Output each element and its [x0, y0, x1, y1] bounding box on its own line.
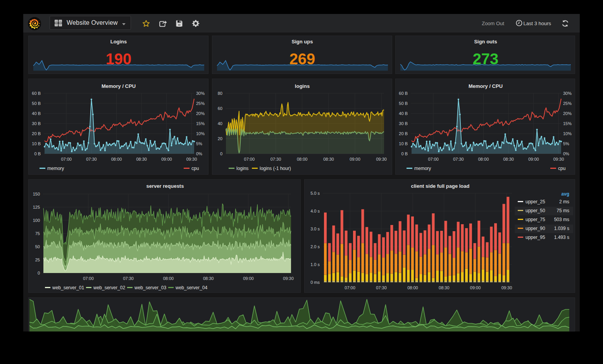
svg-text:09:00: 09:00 — [243, 276, 254, 281]
svg-text:Logins: Logins — [110, 39, 127, 45]
svg-text:web_server_03: web_server_03 — [134, 285, 166, 290]
svg-text:avg: avg — [561, 191, 569, 197]
svg-text:Sign ups: Sign ups — [292, 39, 313, 45]
svg-text:07:30: 07:30 — [376, 285, 387, 290]
svg-text:08:00: 08:00 — [478, 157, 489, 161]
svg-text:30%: 30% — [196, 91, 205, 96]
svg-text:09:30: 09:30 — [186, 157, 197, 161]
svg-text:upper_90: upper_90 — [525, 226, 545, 231]
svg-text:0%: 0% — [196, 151, 202, 156]
svg-text:07:00: 07:00 — [83, 276, 94, 281]
svg-text:2 ms: 2 ms — [559, 199, 569, 204]
svg-text:07:00: 07:00 — [428, 157, 439, 161]
svg-text:07:00: 07:00 — [345, 285, 355, 290]
svg-text:503 ms: 503 ms — [554, 217, 569, 222]
svg-text:client side full page load: client side full page load — [411, 183, 470, 189]
svg-text:1.039 s: 1.039 s — [554, 226, 569, 231]
svg-text:4.0 s: 4.0 s — [310, 209, 320, 213]
svg-text:Memory / CPU: Memory / CPU — [469, 83, 503, 89]
svg-text:09:00: 09:00 — [470, 285, 481, 290]
svg-text:10 B: 10 B — [399, 141, 408, 146]
svg-text:15%: 15% — [563, 121, 572, 126]
svg-text:40 B: 40 B — [399, 111, 408, 116]
svg-text:25: 25 — [35, 258, 40, 262]
svg-text:08:30: 08:30 — [136, 157, 147, 161]
svg-text:0 ms: 0 ms — [310, 280, 320, 285]
svg-text:40: 40 — [218, 121, 222, 126]
svg-text:0: 0 — [220, 151, 222, 156]
svg-text:60: 60 — [218, 106, 222, 111]
svg-text:logins: logins — [236, 166, 248, 171]
svg-text:40 B: 40 B — [32, 111, 41, 116]
svg-text:09:30: 09:30 — [553, 157, 564, 161]
svg-text:3.0 s: 3.0 s — [310, 227, 320, 231]
svg-text:100: 100 — [33, 218, 40, 223]
svg-text:upper_95: upper_95 — [525, 235, 545, 240]
svg-text:08:30: 08:30 — [439, 285, 450, 290]
svg-text:80: 80 — [218, 91, 222, 96]
svg-text:logins (-1 hour): logins (-1 hour) — [260, 166, 291, 171]
svg-text:09:00: 09:00 — [161, 157, 172, 161]
svg-text:20: 20 — [218, 136, 222, 141]
svg-text:upper_50: upper_50 — [525, 208, 545, 213]
svg-text:memory: memory — [47, 166, 64, 171]
svg-text:07:00: 07:00 — [61, 157, 72, 161]
svg-text:07:30: 07:30 — [453, 157, 464, 161]
svg-text:08:30: 08:30 — [323, 157, 334, 161]
svg-text:09:00: 09:00 — [528, 157, 539, 161]
svg-text:09:30: 09:30 — [501, 285, 512, 290]
svg-text:Sign outs: Sign outs — [474, 39, 497, 45]
svg-text:20 B: 20 B — [32, 131, 41, 136]
svg-text:upper_25: upper_25 — [525, 199, 545, 204]
svg-text:75: 75 — [35, 231, 40, 236]
svg-text:2.0 s: 2.0 s — [310, 244, 320, 249]
svg-text:09:30: 09:30 — [283, 276, 294, 281]
svg-text:0%: 0% — [563, 151, 569, 156]
svg-text:08:30: 08:30 — [203, 276, 214, 281]
svg-text:07:00: 07:00 — [244, 157, 255, 161]
svg-text:10%: 10% — [563, 131, 572, 136]
svg-text:07:30: 07:30 — [270, 157, 281, 161]
svg-text:125: 125 — [33, 205, 40, 209]
svg-text:60 B: 60 B — [32, 91, 41, 96]
svg-text:cpu: cpu — [558, 166, 565, 171]
svg-text:09:00: 09:00 — [350, 157, 360, 161]
svg-text:50 B: 50 B — [32, 101, 41, 106]
svg-text:server requests: server requests — [146, 183, 184, 189]
svg-text:08:00: 08:00 — [297, 157, 308, 161]
svg-text:269: 269 — [289, 50, 315, 67]
svg-text:25%: 25% — [563, 101, 572, 106]
svg-text:30 B: 30 B — [399, 121, 408, 126]
svg-text:25%: 25% — [196, 101, 205, 106]
svg-text:75 ms: 75 ms — [556, 208, 569, 213]
svg-text:60 B: 60 B — [399, 91, 408, 96]
svg-text:5%: 5% — [563, 141, 569, 146]
svg-text:20%: 20% — [563, 111, 572, 116]
svg-text:273: 273 — [473, 50, 499, 67]
svg-text:20%: 20% — [196, 111, 205, 116]
svg-text:50 B: 50 B — [399, 101, 408, 106]
svg-text:5%: 5% — [196, 141, 202, 146]
svg-text:07:30: 07:30 — [86, 157, 97, 161]
svg-text:07:30: 07:30 — [123, 276, 134, 281]
svg-text:cpu: cpu — [191, 166, 199, 171]
svg-text:10%: 10% — [196, 131, 205, 136]
svg-text:upper_75: upper_75 — [525, 217, 545, 222]
svg-text:web_server_04: web_server_04 — [175, 285, 207, 290]
svg-text:09:30: 09:30 — [376, 157, 387, 161]
svg-text:web_server_02: web_server_02 — [93, 285, 125, 290]
svg-text:1.0 s: 1.0 s — [310, 262, 320, 267]
svg-text:08:00: 08:00 — [111, 157, 122, 161]
svg-text:08:30: 08:30 — [503, 157, 514, 161]
svg-text:5.0 s: 5.0 s — [310, 191, 320, 196]
svg-text:08:00: 08:00 — [407, 285, 418, 290]
svg-text:30%: 30% — [563, 91, 572, 96]
svg-text:Memory / CPU: Memory / CPU — [102, 83, 136, 89]
svg-text:1.493 s: 1.493 s — [554, 235, 569, 240]
svg-text:10 B: 10 B — [32, 141, 41, 146]
svg-text:08:00: 08:00 — [163, 276, 174, 281]
svg-text:50: 50 — [35, 244, 40, 249]
svg-text:190: 190 — [106, 50, 132, 67]
svg-text:0 B: 0 B — [34, 151, 41, 156]
svg-text:0: 0 — [38, 271, 40, 275]
